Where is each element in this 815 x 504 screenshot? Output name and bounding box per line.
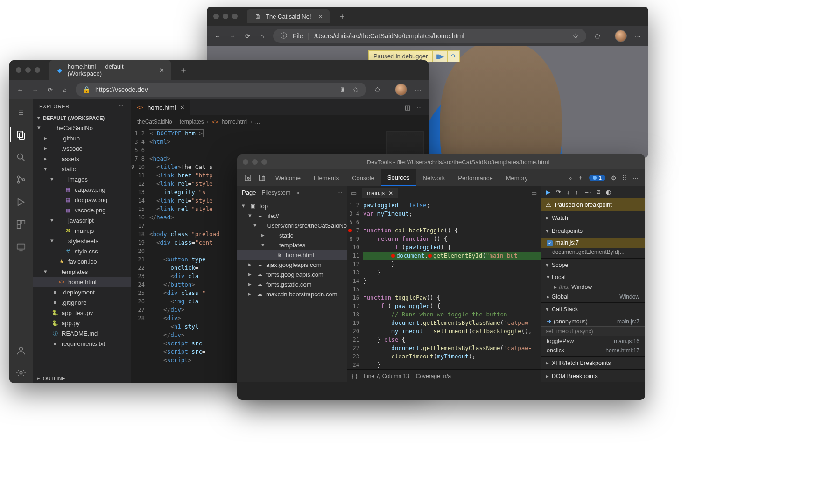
resume-icon[interactable]: ▶ (546, 189, 550, 196)
profile-avatar[interactable] (615, 30, 627, 42)
tree-item[interactable]: ▾javascript (33, 215, 131, 225)
tree-item[interactable]: ▦catpaw.png (33, 184, 131, 195)
step-into-icon[interactable]: ↓ (567, 189, 569, 196)
deactivate-breakpoints-icon[interactable]: ⧄ (597, 189, 600, 196)
lock-icon[interactable]: 🔒 (82, 85, 91, 94)
scope-global[interactable]: Global Window (541, 292, 645, 301)
extensions-activity-icon[interactable] (10, 214, 32, 235)
reload-button[interactable]: ⟳ (46, 85, 54, 94)
reader-icon[interactable]: 🗎 (338, 85, 347, 94)
crumb[interactable]: home.html (222, 119, 248, 125)
tree-item[interactable]: 🗎home.html (237, 250, 347, 260)
callstack-section-header[interactable]: Call Stack (541, 303, 645, 315)
search-icon[interactable] (10, 147, 32, 168)
favorite-icon[interactable]: ✩ (351, 85, 360, 94)
xhr-breakpoints-header[interactable]: XHR/fetch Breakpoints (541, 357, 645, 369)
tree-item[interactable]: ▾templates (237, 240, 347, 250)
editor-tab[interactable]: <> home.html ✕ (131, 100, 190, 115)
tree-item[interactable]: ≡.gitignore (33, 297, 131, 308)
menu-icon[interactable]: ⋯ (633, 32, 642, 40)
inspect-icon[interactable] (241, 174, 255, 182)
file-tree[interactable]: ▾theCatSaidNo▸.github▸.vscode▸assets▾sta… (33, 123, 131, 373)
tree-item[interactable]: ▾templates (33, 266, 131, 277)
window-controls[interactable] (243, 159, 267, 165)
tab-memory[interactable]: Memory (499, 169, 534, 186)
tree-item[interactable]: ▾theCatSaidNo (33, 123, 131, 133)
source-content[interactable]: pawToggled = false; var myTimeout; funct… (363, 200, 541, 369)
dom-breakpoints-header[interactable]: DOM Breakpoints (541, 370, 645, 382)
tree-item[interactable]: ▸.vscode (33, 143, 131, 154)
source-file-tab[interactable]: main.js ✕ (362, 188, 398, 198)
new-tab-button[interactable]: ＋ (334, 11, 350, 22)
more-icon[interactable]: ⋯ (336, 189, 342, 196)
tree-item[interactable]: ▸static (237, 231, 347, 240)
tree-item[interactable]: ▸☁maxcdn.bootstrapcdn.com (237, 289, 347, 299)
breakpoint-item[interactable]: ✓main.js:7 (541, 238, 645, 248)
home-button[interactable]: ⌂ (61, 85, 69, 94)
reload-button[interactable]: ⟳ (243, 32, 252, 40)
more-icon[interactable]: ⋯ (632, 175, 639, 182)
filesystem-tab[interactable]: Filesystem (261, 189, 290, 196)
tree-item[interactable]: 🐍app_test.py (33, 308, 131, 318)
tree-item[interactable]: ▾☁file:// (237, 211, 347, 221)
info-icon[interactable]: ⓘ (280, 32, 288, 40)
close-icon[interactable]: ✕ (180, 104, 185, 111)
close-icon[interactable]: ✕ (388, 190, 393, 196)
tab-performance[interactable]: Performance (451, 169, 499, 186)
tree-item[interactable]: ≡.deployment (33, 287, 131, 297)
forward-button[interactable]: → (31, 85, 39, 94)
page-tree[interactable]: ▾▣top▾☁file://▾Users/chris/src/theCatSai… (237, 199, 347, 382)
tree-item[interactable]: ⓘREADME.md (33, 328, 131, 338)
callstack-frame[interactable]: ➜(anonymous)main.js:7 (541, 316, 645, 326)
more-tabs-icon[interactable]: » (569, 175, 572, 182)
tree-item[interactable]: ▦vscode.png (33, 205, 131, 215)
source-control-icon[interactable] (10, 169, 32, 190)
home-button[interactable]: ⌂ (258, 32, 267, 40)
tree-item[interactable]: ▾▣top (237, 201, 347, 211)
tree-item[interactable]: ▾images (33, 174, 131, 184)
window-controls[interactable] (213, 14, 238, 19)
settings-gear-icon[interactable]: ⚙ (611, 175, 617, 182)
window-controls[interactable] (16, 67, 40, 73)
pretty-print-icon[interactable]: { } (352, 373, 357, 379)
run-debug-icon[interactable] (10, 192, 32, 212)
tab-network[interactable]: Network (416, 169, 452, 186)
extensions-icon[interactable]: ⬠ (373, 85, 381, 94)
scope-local-header[interactable]: Local (541, 272, 645, 282)
tree-item[interactable]: ≡requirements.txt (33, 338, 131, 349)
step-out-icon[interactable]: ↑ (575, 189, 578, 196)
new-tab-button[interactable]: ＋ (176, 64, 191, 76)
address-bar[interactable]: ⓘ File | /Users/chris/src/theCatSaidNo/t… (273, 29, 586, 43)
menu-icon[interactable]: ⋯ (414, 85, 422, 94)
browser-tab[interactable]: 🗎 The Cat said No! ✕ (247, 9, 330, 23)
tab-console[interactable]: Console (345, 169, 381, 186)
callstack-frame[interactable]: togglePawmain.js:16 (541, 336, 645, 346)
tree-item[interactable]: ▾Users/chris/src/theCatSaidNo (237, 221, 347, 231)
step-button[interactable]: ↷ (447, 51, 459, 62)
source-editor[interactable]: 1 2 3 4 5 6 7 8 9 10 11 12 13 14 15 16 1… (347, 200, 541, 369)
tab-sources[interactable]: Sources (381, 169, 416, 186)
close-tab-icon[interactable]: ✕ (159, 67, 164, 74)
more-tabs-icon[interactable]: » (296, 189, 300, 196)
favorite-icon[interactable]: ✩ (571, 32, 580, 40)
tree-item[interactable]: ▸.github (33, 133, 131, 143)
tab-welcome[interactable]: Welcome (269, 169, 307, 186)
more-icon[interactable]: ⋯ (417, 104, 423, 111)
vscode-browser-tab[interactable]: ◆ home.html — default (Workspace) ✕ (49, 60, 171, 80)
breakpoints-section-header[interactable]: Breakpoints (541, 224, 645, 237)
customize-icon[interactable]: ⠿ (622, 175, 627, 182)
forward-button[interactable]: → (228, 32, 237, 40)
tree-item[interactable]: ▦dogpaw.png (33, 195, 131, 205)
crumb[interactable]: templates (180, 119, 204, 125)
pause-exceptions-icon[interactable]: ◐ (606, 189, 611, 196)
menu-icon[interactable]: ☰ (10, 102, 32, 123)
scope-section-header[interactable]: Scope (541, 259, 645, 271)
toggle-navigator-icon[interactable]: ▭ (351, 189, 357, 196)
tree-item[interactable]: ★favicon.ico (33, 256, 131, 266)
tree-item[interactable]: ▸assets (33, 154, 131, 164)
tree-item[interactable]: ▸☁ajax.googleapis.com (237, 260, 347, 270)
tree-item[interactable]: ▸☁fonts.googleapis.com (237, 270, 347, 280)
extensions-icon[interactable]: ⬠ (593, 32, 601, 40)
outline-section-header[interactable]: OUTLINE (33, 373, 131, 383)
toggle-debugger-icon[interactable]: ▭ (531, 189, 537, 196)
